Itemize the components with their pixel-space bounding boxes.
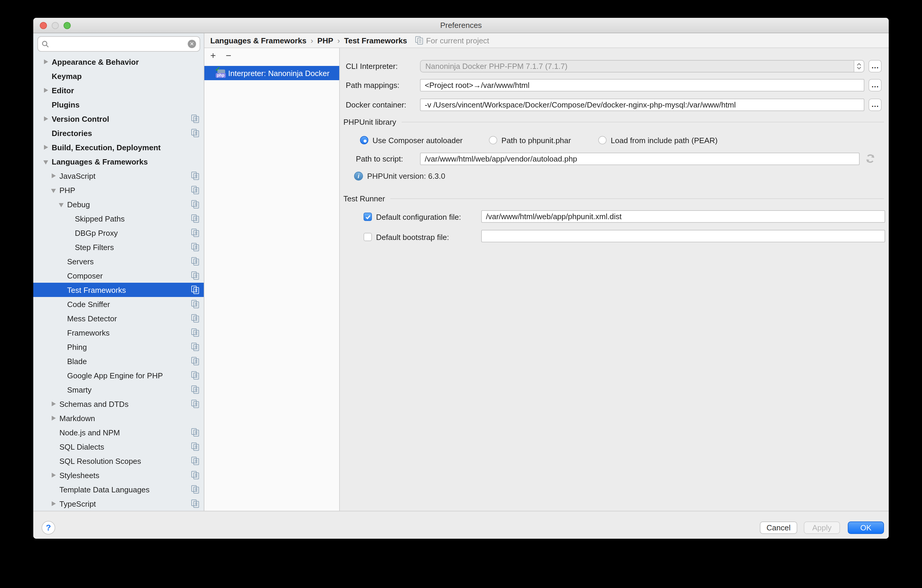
tree-collapsed-arrow-icon[interactable] bbox=[43, 59, 49, 64]
sidebar-item-blade[interactable]: Blade bbox=[33, 354, 204, 368]
default-bootstrap-file-checkbox[interactable]: Default bootstrap file: bbox=[364, 232, 449, 242]
breadcrumb-segment[interactable]: Languages & Frameworks bbox=[210, 36, 307, 45]
sidebar-item-smarty[interactable]: Smarty bbox=[33, 382, 204, 397]
sidebar-item-frameworks[interactable]: Frameworks bbox=[33, 325, 204, 340]
radio-icon bbox=[598, 136, 606, 144]
tree-collapsed-arrow-icon[interactable] bbox=[43, 116, 49, 121]
title-bar[interactable]: Preferences bbox=[33, 18, 889, 33]
per-project-icon bbox=[191, 300, 199, 308]
sidebar-item-stylesheets[interactable]: Stylesheets bbox=[33, 468, 204, 482]
sidebar-item-phing[interactable]: Phing bbox=[33, 340, 204, 354]
sidebar-item-code-sniffer[interactable]: Code Sniffer bbox=[33, 297, 204, 311]
sidebar-item-test-frameworks[interactable]: Test Frameworks bbox=[33, 283, 204, 297]
tree-collapsed-arrow-icon[interactable] bbox=[51, 401, 56, 407]
sidebar-item-mess-detector[interactable]: Mess Detector bbox=[33, 311, 204, 325]
tree-collapsed-arrow-icon[interactable] bbox=[43, 145, 49, 150]
sidebar-item-label: Mess Detector bbox=[67, 314, 117, 323]
sidebar-item-label: SQL Resolution Scopes bbox=[59, 456, 141, 466]
sidebar-item-build-execution-deployment[interactable]: Build, Execution, Deployment bbox=[33, 140, 204, 154]
breadcrumb-separator: › bbox=[337, 36, 340, 45]
sidebar-item-sql-resolution-scopes[interactable]: SQL Resolution Scopes bbox=[33, 454, 204, 468]
sidebar-item-appearance-behavior[interactable]: Appearance & Behavior bbox=[33, 55, 204, 69]
radio-load-from-include-path[interactable]: Load from include path (PEAR) bbox=[598, 136, 718, 145]
sidebar-item-typescript[interactable]: TypeScript bbox=[33, 497, 204, 511]
remove-interpreter-button[interactable]: − bbox=[226, 50, 231, 62]
php-docker-icon: php✓ bbox=[216, 68, 226, 78]
breadcrumb-separator: › bbox=[311, 36, 313, 45]
tree-collapsed-arrow-icon[interactable] bbox=[43, 88, 49, 93]
sidebar-item-skipped-paths[interactable]: Skipped Paths bbox=[33, 211, 204, 226]
reload-icon[interactable] bbox=[865, 153, 876, 166]
interpreter-list-panel: + − php✓ Interpreter: Nanoninja Docker bbox=[204, 48, 340, 511]
per-project-icon bbox=[191, 172, 199, 180]
settings-search-box[interactable]: ✕ bbox=[38, 36, 200, 52]
zoom-window-button[interactable] bbox=[64, 22, 71, 29]
per-project-icon bbox=[415, 36, 423, 44]
tree-collapsed-arrow-icon[interactable] bbox=[51, 472, 56, 478]
dialog-footer: ? Cancel Apply OK bbox=[33, 511, 889, 539]
sidebar-item-keymap[interactable]: Keymap bbox=[33, 69, 204, 83]
tree-arrow-spacer bbox=[43, 74, 49, 79]
help-button[interactable]: ? bbox=[42, 521, 55, 534]
sidebar-item-label: Google App Engine for PHP bbox=[67, 371, 163, 380]
breadcrumb-segment[interactable]: PHP bbox=[317, 36, 333, 45]
sidebar-item-template-data-languages[interactable]: Template Data Languages bbox=[33, 482, 204, 497]
apply-button[interactable]: Apply bbox=[804, 521, 840, 534]
tree-collapsed-arrow-icon[interactable] bbox=[51, 415, 56, 421]
sidebar-item-version-control[interactable]: Version Control bbox=[33, 112, 204, 126]
tree-expanded-arrow-icon[interactable] bbox=[43, 159, 49, 164]
default-configuration-file-field[interactable]: /var/www/html/web/app/phpunit.xml.dist bbox=[481, 210, 885, 223]
default-configuration-file-checkbox[interactable]: Default configuration file: bbox=[364, 212, 461, 222]
clear-search-icon[interactable]: ✕ bbox=[188, 40, 196, 48]
sidebar-item-sql-dialects[interactable]: SQL Dialects bbox=[33, 439, 204, 454]
screen: Preferences ✕ Appearance & BehaviorKeyma… bbox=[0, 0, 922, 588]
sidebar-item-php[interactable]: PHP bbox=[33, 183, 204, 197]
tree-arrow-spacer bbox=[43, 102, 49, 107]
sidebar-item-google-app-engine-for-php[interactable]: Google App Engine for PHP bbox=[33, 368, 204, 382]
cli-interpreter-browse-button[interactable]: … bbox=[868, 60, 881, 72]
breadcrumb-segment[interactable]: Test Frameworks bbox=[344, 36, 407, 45]
sidebar-item-editor[interactable]: Editor bbox=[33, 83, 204, 97]
tree-arrow-spacer bbox=[51, 458, 56, 464]
sidebar-item-dbgp-proxy[interactable]: DBGp Proxy bbox=[33, 226, 204, 240]
tree-expanded-arrow-icon[interactable] bbox=[59, 202, 64, 207]
path-to-script-field[interactable]: /var/www/html/web/app/vendor/autoload.ph… bbox=[420, 153, 860, 165]
per-project-icon bbox=[191, 371, 199, 379]
tree-expanded-arrow-icon[interactable] bbox=[51, 188, 56, 193]
sidebar-item-schemas-and-dtds[interactable]: Schemas and DTDs bbox=[33, 397, 204, 411]
sidebar-item-node-js-and-npm[interactable]: Node.js and NPM bbox=[33, 425, 204, 439]
sidebar-item-javascript[interactable]: JavaScript bbox=[33, 169, 204, 183]
sidebar-item-servers[interactable]: Servers bbox=[33, 254, 204, 268]
interpreter-list-item[interactable]: php✓ Interpreter: Nanoninja Docker bbox=[204, 66, 339, 80]
cli-interpreter-select[interactable]: Nanoninja Docker PHP-FPM 7.1.7 (7.1.7) bbox=[420, 60, 865, 72]
tree-arrow-spacer bbox=[59, 287, 64, 292]
sidebar-item-composer[interactable]: Composer bbox=[33, 268, 204, 283]
path-mappings-browse-button[interactable]: … bbox=[868, 79, 881, 91]
sidebar-item-label: Frameworks bbox=[67, 328, 110, 337]
sidebar-item-markdown[interactable]: Markdown bbox=[33, 411, 204, 425]
minimize-window-button[interactable] bbox=[52, 22, 59, 29]
docker-container-field[interactable]: -v /Users/vincent/Workspace/Docker/Compo… bbox=[420, 99, 865, 111]
sidebar-item-step-filters[interactable]: Step Filters bbox=[33, 240, 204, 254]
radio-path-to-phpunit-phar[interactable]: Path to phpunit.phar bbox=[489, 136, 571, 145]
sidebar-item-debug[interactable]: Debug bbox=[33, 197, 204, 211]
close-window-button[interactable] bbox=[40, 22, 47, 29]
sidebar-item-label: TypeScript bbox=[59, 499, 96, 508]
ok-button[interactable]: OK bbox=[848, 521, 884, 534]
radio-use-composer-autoloader[interactable]: Use Composer autoloader bbox=[360, 136, 463, 145]
add-interpreter-button[interactable]: + bbox=[210, 50, 216, 62]
path-mappings-field[interactable]: <Project root>→/var/www/html bbox=[420, 79, 865, 91]
sidebar-item-plugins[interactable]: Plugins bbox=[33, 97, 204, 112]
sidebar-item-languages-frameworks[interactable]: Languages & Frameworks bbox=[33, 154, 204, 169]
sidebar-item-directories[interactable]: Directories bbox=[33, 126, 204, 140]
tree-collapsed-arrow-icon[interactable] bbox=[51, 173, 56, 178]
tree-arrow-spacer bbox=[51, 444, 56, 449]
default-bootstrap-file-field[interactable] bbox=[481, 230, 885, 242]
sidebar-item-label: Plugins bbox=[52, 100, 80, 109]
tree-arrow-spacer bbox=[51, 430, 56, 435]
tree-collapsed-arrow-icon[interactable] bbox=[51, 501, 56, 506]
docker-container-browse-button[interactable]: … bbox=[868, 99, 881, 111]
search-input[interactable] bbox=[49, 39, 188, 49]
cancel-button[interactable]: Cancel bbox=[760, 521, 797, 534]
sidebar-item-label: JavaScript bbox=[59, 172, 95, 180]
